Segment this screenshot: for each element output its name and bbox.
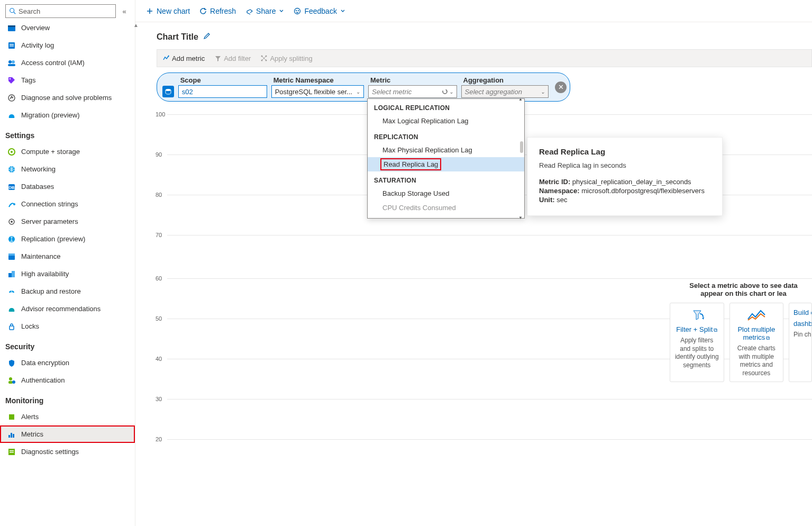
tooltip-field-label: Metric ID: <box>539 178 570 186</box>
sidebar-item-activity-log[interactable]: Activity log <box>0 37 135 54</box>
replication-icon <box>7 235 16 243</box>
metric-tooltip: Read Replica Lag Read Replica lag in sec… <box>527 137 723 216</box>
suggestion-card-plot-multiple[interactable]: Plot multiple metrics⧉ Create charts wit… <box>729 303 784 382</box>
dropdown-item[interactable]: Max Physical Replication Lag <box>368 143 524 157</box>
sidebar-item-label: Maintenance <box>21 252 60 260</box>
toolbar-label: Share <box>256 7 276 15</box>
share-button[interactable]: Share <box>245 7 284 15</box>
sidebar-item-overview[interactable]: Overview <box>0 19 135 37</box>
sidebar-item-networking[interactable]: Networking <box>0 160 135 178</box>
overview-icon <box>7 24 16 32</box>
svg-point-10 <box>10 78 11 79</box>
svg-point-0 <box>10 8 14 13</box>
dropdown-item[interactable]: Max Logical Replication Lag <box>368 114 524 128</box>
sidebar-item-replication[interactable]: Replication (preview) <box>0 230 135 248</box>
aggregation-label: Aggregation <box>461 76 549 84</box>
button-label: Add metric <box>172 55 205 62</box>
namespace-select[interactable]: PostgreSQL flexible ser...⌄ <box>271 85 364 98</box>
scope-input[interactable] <box>178 85 267 98</box>
search-input[interactable]: Search <box>5 4 116 18</box>
sidebar-item-access-control[interactable]: Access control (IAM) <box>0 54 135 71</box>
svg-point-7 <box>8 60 12 64</box>
sidebar-item-migration[interactable]: Migration (preview) <box>0 106 135 124</box>
sidebar-item-metrics[interactable]: Metrics <box>0 425 135 443</box>
splitting-icon <box>260 55 268 62</box>
sidebar-item-alerts[interactable]: Alerts <box>0 408 135 425</box>
remove-metric-button[interactable]: ✕ <box>555 81 567 93</box>
suggestion-card-filter-split[interactable]: Filter + Split⧉ Apply filters and splits… <box>670 303 724 382</box>
nav: Overview Activity log Access control (IA… <box>0 19 135 524</box>
sidebar-item-maintenance[interactable]: Maintenance <box>0 248 135 265</box>
svg-point-44 <box>443 89 447 94</box>
sidebar-item-label: Metrics <box>21 430 43 438</box>
sidebar-item-tags[interactable]: Tags <box>0 71 135 89</box>
metric-select[interactable]: Select metric⌄ <box>368 85 457 98</box>
sidebar-item-diagnostic-settings[interactable]: Diagnostic settings <box>0 443 135 460</box>
y-tick: 70 <box>156 232 162 238</box>
filter-icon <box>214 55 222 62</box>
refresh-button[interactable]: Refresh <box>199 7 236 15</box>
spinner-icon <box>442 88 448 95</box>
dropdown-item-read-replica-lag[interactable]: Read Replica Lag <box>368 157 524 171</box>
high-availability-icon <box>7 270 16 278</box>
sidebar-item-data-encryption[interactable]: Data encryption <box>0 354 135 371</box>
sidebar-item-diagnose[interactable]: Diagnose and solve problems <box>0 89 135 106</box>
add-metric-button[interactable]: Add metric <box>162 55 205 62</box>
sidebar-item-label: Advisor recommendations <box>21 305 101 313</box>
svg-point-19 <box>11 221 13 223</box>
collapse-sidebar-button[interactable]: « <box>119 7 130 15</box>
dropdown-item[interactable]: CPU Credits Consumed <box>368 201 524 215</box>
chevron-down-icon <box>340 8 345 14</box>
card-link: Filter + Split⧉ <box>676 325 717 333</box>
sidebar: Search « ▲ Overview Activity log Access … <box>0 0 135 526</box>
suggestion-card-build-dashboard[interactable]: Build cu dashbo Pin chart <box>789 303 812 382</box>
new-chart-button[interactable]: New chart <box>146 7 190 15</box>
sidebar-item-backup-restore[interactable]: Backup and restore <box>0 283 135 300</box>
card-link: Plot multiple metrics⧉ <box>734 325 779 341</box>
share-icon <box>245 7 253 15</box>
databases-icon: DB <box>7 183 16 191</box>
sidebar-item-advisor[interactable]: Advisor recommendations <box>0 300 135 318</box>
sidebar-item-high-availability[interactable]: High availability <box>0 265 135 283</box>
y-tick: 20 <box>156 436 162 442</box>
sidebar-item-compute-storage[interactable]: Compute + storage <box>0 143 135 160</box>
sidebar-item-label: Replication (preview) <box>21 235 85 243</box>
dropdown-scrollbar[interactable]: ▲▼ <box>520 101 523 216</box>
dropdown-item-label: Read Replica Lag <box>382 160 439 168</box>
feedback-button[interactable]: Feedback <box>294 7 345 15</box>
sidebar-item-locks[interactable]: Locks <box>0 318 135 335</box>
dropdown-group: REPLICATION <box>368 128 524 143</box>
aggregation-select[interactable]: Select aggregation⌄ <box>461 85 549 98</box>
sidebar-item-connection-strings[interactable]: Connection strings <box>0 195 135 213</box>
nav-heading-monitoring: Monitoring <box>0 389 135 408</box>
svg-point-13 <box>11 151 13 153</box>
feedback-icon <box>294 7 301 15</box>
suggestions-heading: Select a metric above to see data appear… <box>664 282 812 303</box>
dropdown-item[interactable]: Backup Storage Used <box>368 186 524 201</box>
metric-label: Metric <box>368 76 457 84</box>
y-tick: 40 <box>156 356 162 362</box>
alerts-icon <box>7 413 16 421</box>
sidebar-item-databases[interactable]: DBDatabases <box>0 178 135 195</box>
chart-title-row: Chart Title <box>135 22 812 49</box>
chevron-down-icon: ⌄ <box>356 89 360 95</box>
authentication-icon <box>7 376 16 385</box>
sidebar-item-label: Backup and restore <box>21 287 81 295</box>
sidebar-item-label: Databases <box>21 183 54 191</box>
sidebar-item-authentication[interactable]: Authentication <box>0 371 135 389</box>
tooltip-field-label: Unit: <box>539 196 555 204</box>
sidebar-item-label: Diagnostic settings <box>21 448 79 456</box>
svg-rect-35 <box>10 452 14 453</box>
pencil-icon <box>203 32 211 40</box>
suggestions-panel: Select a metric above to see data appear… <box>664 282 812 382</box>
svg-rect-23 <box>8 273 12 277</box>
main: New chart Refresh Share Feedback Chart T… <box>135 0 812 526</box>
sidebar-item-label: Locks <box>21 322 39 330</box>
y-tick: 100 <box>156 111 165 117</box>
edit-title-button[interactable] <box>203 32 211 42</box>
chevron-down-icon: ⌄ <box>541 89 545 95</box>
sidebar-item-server-parameters[interactable]: Server parameters <box>0 213 135 230</box>
card-link-line2: dashbo <box>793 320 812 328</box>
maintenance-icon <box>7 252 16 261</box>
metric-scope-pill: Scope Metric Namespace PostgreSQL flexib… <box>157 72 570 102</box>
